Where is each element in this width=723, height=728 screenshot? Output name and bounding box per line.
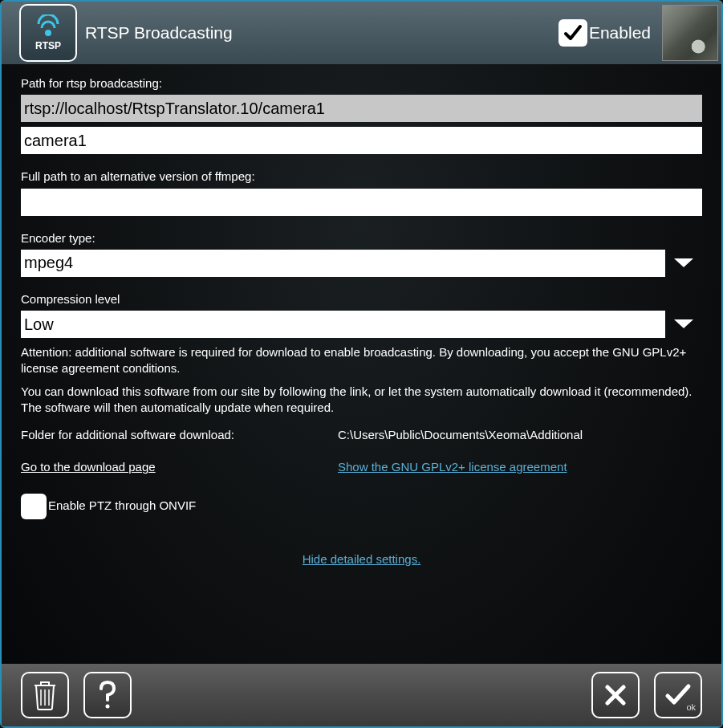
folder-value: C:\Users\Public\Documents\Xeoma\Addition… xyxy=(338,427,702,443)
trash-icon xyxy=(31,679,59,711)
dialog-title: RTSP Broadcasting xyxy=(85,23,558,43)
rtsp-icon-label: RTSP xyxy=(35,40,61,51)
dialog-footer: ok xyxy=(2,664,721,726)
rtsp-path-input[interactable] xyxy=(21,95,702,122)
hide-detailed-settings-link[interactable]: Hide detailed settings. xyxy=(303,552,421,566)
attention-text-2: You can download this software from our … xyxy=(21,384,702,417)
compression-select[interactable]: Low xyxy=(21,311,702,338)
cancel-button[interactable] xyxy=(591,672,640,718)
ffmpeg-path-input[interactable] xyxy=(21,189,702,216)
enabled-checkbox[interactable] xyxy=(558,19,587,47)
question-icon xyxy=(95,679,120,711)
ptz-checkbox[interactable] xyxy=(21,494,47,519)
help-button[interactable] xyxy=(83,672,132,718)
path-label: Path for rtsp broadcasting: xyxy=(21,75,702,92)
ok-button[interactable]: ok xyxy=(654,672,702,718)
license-agreement-link[interactable]: Show the GNU GPLv2+ license agreement xyxy=(338,460,567,474)
dialog-window: RTSP RTSP Broadcasting Enabled Path for … xyxy=(0,0,723,728)
delete-button[interactable] xyxy=(21,672,69,718)
attention-text-1: Attention: additional software is requir… xyxy=(21,344,702,377)
ffmpeg-label: Full path to an alternative version of f… xyxy=(21,169,702,185)
folder-label: Folder for additional software download: xyxy=(21,427,338,443)
camera-name-input[interactable] xyxy=(21,127,702,154)
chevron-down-icon[interactable] xyxy=(665,311,702,338)
dialog-header: RTSP RTSP Broadcasting Enabled xyxy=(2,2,721,64)
svg-point-4 xyxy=(106,705,110,709)
ok-label: ok xyxy=(686,702,696,712)
compression-label: Compression level xyxy=(21,291,702,307)
dialog-content: Path for rtsp broadcasting: Full path to… xyxy=(2,64,721,664)
svg-point-0 xyxy=(45,30,51,36)
download-page-link[interactable]: Go to the download page xyxy=(21,460,156,474)
close-icon xyxy=(603,682,628,708)
ptz-label: Enable PTZ through ONVIF xyxy=(48,498,196,514)
enabled-toggle[interactable]: Enabled xyxy=(558,19,651,47)
camera-preview-thumbnail xyxy=(662,5,718,61)
encoder-label: Encoder type: xyxy=(21,230,702,246)
enabled-label: Enabled xyxy=(589,23,651,43)
rtsp-icon: RTSP xyxy=(19,4,77,62)
encoder-select[interactable]: mpeg4 xyxy=(21,250,702,277)
chevron-down-icon[interactable] xyxy=(665,250,702,277)
encoder-value: mpeg4 xyxy=(21,250,665,277)
ptz-checkbox-row[interactable]: Enable PTZ through ONVIF xyxy=(21,494,702,519)
compression-value: Low xyxy=(21,311,665,338)
